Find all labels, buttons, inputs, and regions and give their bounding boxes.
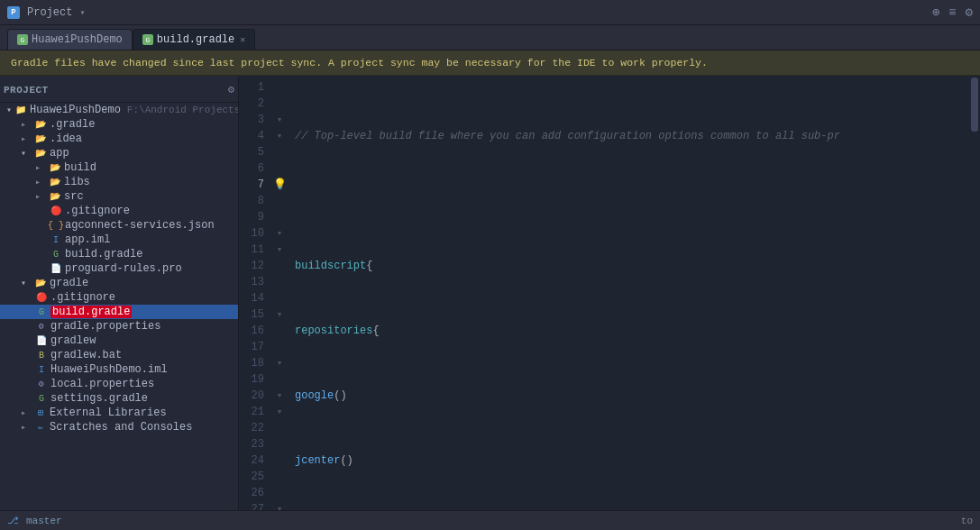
scrollbar-thumb[interactable] [971, 78, 978, 132]
ln-19: 19 [243, 371, 264, 388]
tree-item-extlibs[interactable]: ▸ ⊞ External Libraries [0, 406, 238, 420]
tree-label-buildgradle-app: build.gradle [65, 248, 142, 260]
code-line-1: // Top-level build file where you can ad… [295, 128, 962, 144]
tree-item-huaweiiml[interactable]: I HuaweiPushDemo.iml [0, 362, 238, 377]
tree-label-scratches: Scratches and Consoles [50, 421, 192, 434]
code-line-5: google() [295, 388, 962, 404]
tree-item-libs[interactable]: ▸ 📂 libs [0, 175, 238, 189]
tree-label-gradle-hidden: .gradle [50, 118, 95, 131]
scrollbar-track[interactable] [969, 76, 980, 510]
tree-item-gradle-folder[interactable]: ▾ 📂 gradle [0, 276, 238, 290]
tree-item-gitignore-app[interactable]: 🔴 .gitignore [0, 204, 238, 218]
arrow-icon: ▾ [6, 105, 12, 115]
tab-bar: G HuaweiPushDemo G build.gradle ✕ [0, 25, 980, 50]
tree-item-idea[interactable]: ▸ 📂 .idea [0, 132, 238, 146]
gutter-11[interactable]: ▾ [271, 242, 288, 258]
tree-item-gradle[interactable]: ▸ 📂 .gradle [0, 117, 238, 132]
ln-20: 20 [243, 388, 264, 404]
gutter-10[interactable]: ▾ [271, 225, 288, 242]
tree-item-proguard[interactable]: 📄 proguard-rules.pro [0, 261, 238, 276]
ln-4: 4 [243, 128, 264, 144]
folder-icon-build: 📂 [49, 161, 61, 174]
gutter-27[interactable]: ▾ [271, 501, 288, 510]
arrow-icon: ▸ [21, 407, 32, 418]
code-line-2 [295, 193, 962, 209]
code-area[interactable]: // Top-level build file where you can ad… [288, 76, 969, 510]
gutter-18[interactable]: ▾ [271, 355, 288, 371]
arrow-icon: ▸ [21, 119, 32, 130]
tab-build-gradle[interactable]: G build.gradle ✕ [133, 29, 255, 50]
arrow-icon: ▸ [35, 177, 46, 187]
tree-item-buildgradle-root[interactable]: G build.gradle [0, 305, 238, 319]
tree-item-scratches[interactable]: ▸ ✏ Scratches and Consoles [0, 420, 238, 434]
title-bar: P Project ▾ ⊕ ≡ ⚙ [0, 0, 980, 25]
localprops-icon: ⚙ [35, 378, 48, 390]
settings-icon[interactable]: ⚙ [966, 5, 973, 20]
tree-item-gradlew[interactable]: 📄 gradlew [0, 334, 238, 348]
menu-icon[interactable]: ≡ [948, 5, 956, 20]
tab1-label: HuaweiPushDemo [32, 33, 123, 46]
scratch-icon: ✏ [34, 421, 47, 434]
gutter-20[interactable]: ▾ [271, 388, 288, 404]
ln-7: 7 [243, 177, 264, 193]
iml-icon-app: I [50, 233, 62, 246]
gutter-4[interactable]: ▾ [271, 128, 288, 144]
folder-icon-gradle: 📂 [34, 118, 47, 131]
gutter-15[interactable]: ▾ [271, 306, 288, 323]
gutter-7-bulb[interactable]: 💡 [271, 177, 288, 193]
tree-item-settingsgradle[interactable]: G settings.gradle [0, 391, 238, 406]
ln-6: 6 [243, 160, 264, 177]
folder-icon-idea: 📂 [34, 132, 47, 145]
editor[interactable]: 1 2 3 4 5 6 7 8 9 10 11 12 13 14 15 16 1… [239, 76, 980, 510]
tree-item-agconnect[interactable]: { } agconnect-services.json [0, 218, 238, 233]
tree-label-gitignore-app: .gitignore [65, 205, 130, 217]
gutter-22 [271, 420, 288, 436]
bat-icon: B [35, 349, 48, 361]
gutter-23 [271, 436, 288, 452]
tab-huawei[interactable]: G HuaweiPushDemo [7, 29, 133, 50]
props-icon: ⚙ [35, 320, 48, 333]
gutter-6 [271, 160, 288, 177]
gutter-17 [271, 339, 288, 355]
ln-12: 12 [243, 258, 264, 274]
ln-11: 11 [243, 242, 264, 258]
tree-item-gradlewbat[interactable]: B gradlew.bat [0, 348, 238, 362]
gutter-13 [271, 274, 288, 290]
extlibs-icon: ⊞ [34, 407, 47, 419]
sidebar-gear-icon[interactable]: ⚙ [228, 83, 234, 96]
sync-icon[interactable]: ⊕ [932, 5, 939, 20]
ln-25: 25 [243, 469, 264, 485]
project-folder-icon: 📁 [14, 104, 27, 116]
tab-close-button[interactable]: ✕ [240, 34, 245, 45]
tree-item-gradleprops[interactable]: ⚙ gradle.properties [0, 319, 238, 334]
ln-5: 5 [243, 144, 264, 160]
tree-label-gradlew: gradlew [50, 334, 96, 347]
tree-item-src[interactable]: ▸ 📂 src [0, 189, 238, 204]
tree-item-gitignore-root[interactable]: 🔴 .gitignore [0, 290, 238, 305]
gutter-26 [271, 485, 288, 501]
ln-13: 13 [243, 274, 264, 290]
gutter-8 [271, 193, 288, 209]
ln-24: 24 [243, 452, 264, 469]
tree-item-app[interactable]: ▾ 📂 app [0, 146, 238, 160]
tree-item-buildgradle-app[interactable]: G build.gradle [0, 247, 238, 261]
tree-path-label: F:\Android Projects [127, 105, 239, 115]
tree-item-build[interactable]: ▸ 📂 build [0, 160, 238, 175]
title-dropdown-icon[interactable]: ▾ [79, 7, 85, 18]
gutter-3[interactable]: ▾ [271, 112, 288, 128]
status-bar: ⎇ master to [0, 510, 980, 530]
tree-item-appiml[interactable]: I app.iml [0, 233, 238, 247]
code-line-6: jcenter() [295, 452, 962, 469]
notification-bar: Gradle files have changed since last pro… [0, 50, 980, 76]
gradlew-icon: 📄 [35, 334, 48, 347]
bulb-icon: 💡 [273, 177, 287, 193]
folder-icon-gradle2: 📂 [34, 277, 47, 289]
gutter-16 [271, 323, 288, 339]
tree-item-localprops[interactable]: ⚙ local.properties [0, 377, 238, 391]
main-area: Project ⚙ ▾ 📁 HuaweiPushDemo F:\Android … [0, 76, 980, 510]
line-numbers: 1 2 3 4 5 6 7 8 9 10 11 12 13 14 15 16 1… [239, 76, 271, 510]
gutter-21[interactable]: ▾ [271, 404, 288, 420]
tree-item-huawei-push-demo[interactable]: ▾ 📁 HuaweiPushDemo F:\Android Projects [0, 103, 238, 117]
arrow-icon: ▸ [21, 133, 32, 144]
folder-icon-app: 📂 [34, 147, 47, 160]
